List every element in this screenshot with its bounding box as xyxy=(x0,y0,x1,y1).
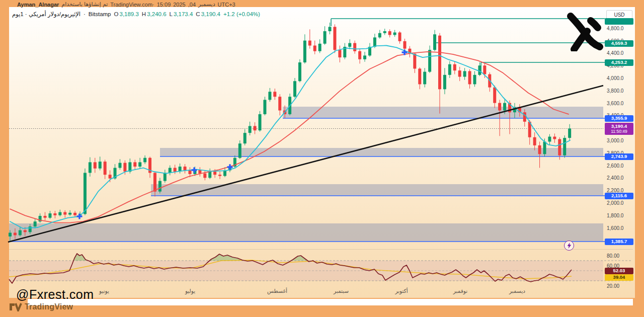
lightning-icon[interactable] xyxy=(564,241,574,251)
tradingview-logo[interactable]: TradingView xyxy=(9,302,73,311)
open-value: 3,189.3 xyxy=(119,11,138,17)
time-text: 15:09 xyxy=(157,2,171,8)
timezone-text: UTC+3 xyxy=(218,2,235,8)
x-logo xyxy=(562,11,604,51)
site-text: TradingView.com· xyxy=(110,2,154,8)
high-label: H xyxy=(142,11,146,17)
day-text: ,04 xyxy=(188,2,196,8)
exchange-name: Bitstamp xyxy=(89,11,111,17)
created-with-text: تم إنشاؤها باستخدام xyxy=(61,1,108,8)
high-value: 3,240.6 xyxy=(147,11,166,17)
close-value: 3,190.4 xyxy=(201,11,220,17)
tradingview-snapshot: Ayman_Alnagar تم إنشاؤها باستخدام Tradin… xyxy=(0,0,644,317)
separator-dot: · xyxy=(84,11,86,17)
month-text: ديسمبر xyxy=(198,1,215,8)
year-text: 2025 xyxy=(173,2,185,8)
watermark: @Fxrest.com xyxy=(16,287,94,302)
username: Ayman_Alnagar xyxy=(17,2,59,8)
symbol-ohlc-row: الإثيريوم/دولار أمريكي · 1يوم · Bitstamp… xyxy=(12,11,260,18)
snapshot-header: Ayman_Alnagar تم إنشاؤها باستخدام Tradin… xyxy=(17,1,235,8)
low-value: 3,173.4 xyxy=(174,11,193,17)
symbol-name: الإثيريوم/دولار أمريكي · 1يوم xyxy=(12,11,80,18)
axis-currency-label[interactable]: USD xyxy=(606,10,632,20)
tradingview-wordmark: TradingView xyxy=(25,302,73,311)
tradingview-mark-icon xyxy=(9,302,22,311)
close-label: C xyxy=(196,11,200,17)
change-value: +1.2 (+0.04%) xyxy=(223,11,260,17)
low-label: L xyxy=(170,11,173,17)
bolt-glyph xyxy=(567,243,572,249)
open-label: O xyxy=(114,11,119,17)
price-chart-canvas[interactable] xyxy=(0,0,644,317)
